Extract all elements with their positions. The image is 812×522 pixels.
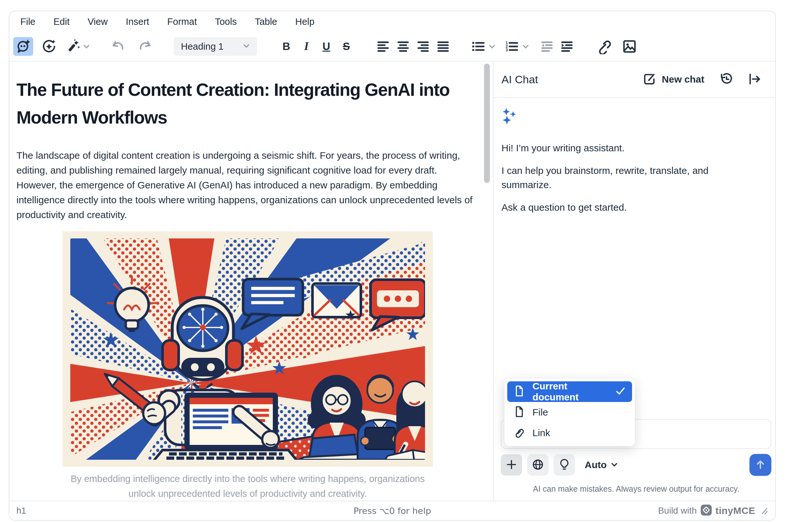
- menu-help[interactable]: Help: [295, 17, 314, 27]
- ai-chat-bubble-sparkle-icon: [16, 39, 31, 54]
- ai-chat-toolbar-button[interactable]: [13, 37, 33, 56]
- collapse-panel-icon: [748, 72, 762, 87]
- tinymce-logo-icon: [701, 505, 712, 517]
- new-chat-label: New chat: [662, 74, 704, 85]
- mode-select-value: Auto: [585, 459, 607, 470]
- ai-chat-messages: Hi! I’m your writing assistant. I can he…: [494, 98, 775, 215]
- outdent-icon: [540, 39, 554, 54]
- align-left-icon: [376, 39, 391, 54]
- bold-icon: B: [283, 40, 290, 53]
- magic-wand-icon: [65, 39, 81, 54]
- ai-chat-header: AI Chat New chat: [494, 62, 775, 98]
- figure-caption: By embedding intelligence directly into …: [63, 471, 433, 501]
- document-icon: [513, 405, 525, 419]
- strikethrough-icon: S: [343, 40, 350, 53]
- ai-review-toolbar-button[interactable]: [39, 37, 59, 56]
- indent-icon: [560, 39, 574, 54]
- mode-select[interactable]: Auto: [585, 459, 619, 470]
- context-option-file[interactable]: File: [507, 402, 632, 423]
- ai-review-circle-sparkle-icon: [41, 39, 57, 54]
- menu-tools[interactable]: Tools: [215, 17, 237, 27]
- strikethrough-button[interactable]: S: [336, 37, 356, 56]
- send-button[interactable]: [749, 454, 771, 476]
- context-option-label: File: [533, 407, 548, 418]
- mode-chevron-down-icon: [610, 460, 619, 470]
- globe-icon: [531, 458, 545, 472]
- menu-table[interactable]: Table: [255, 17, 277, 27]
- align-left-button[interactable]: [373, 37, 393, 56]
- bullet-list-button[interactable]: [470, 37, 486, 56]
- underline-icon: U: [322, 40, 330, 53]
- menu-edit[interactable]: Edit: [54, 17, 70, 27]
- new-chat-button[interactable]: New chat: [642, 72, 704, 87]
- redo-icon: [137, 38, 152, 55]
- insert-link-button[interactable]: [594, 37, 614, 56]
- editor-scrollbar-thumb[interactable]: [484, 64, 490, 183]
- insert-image-button[interactable]: [620, 37, 640, 56]
- align-justify-icon: [436, 39, 451, 54]
- align-center-button[interactable]: [393, 37, 413, 56]
- menubar: File Edit View Insert Format Tools Table…: [9, 11, 775, 32]
- menu-format[interactable]: Format: [167, 17, 197, 27]
- bullet-list-icon: [471, 39, 486, 54]
- send-arrow-icon: [754, 458, 767, 472]
- assistant-message: Hi! I’m your writing assistant.: [501, 141, 727, 155]
- align-right-button[interactable]: [413, 37, 433, 56]
- italic-button[interactable]: I: [296, 37, 316, 56]
- web-search-button[interactable]: [527, 454, 548, 476]
- indent-button[interactable]: [557, 37, 577, 56]
- svg-text:3: 3: [506, 48, 508, 52]
- assistant-message: I can help you brainstorm, rewrite, tran…: [501, 164, 727, 192]
- context-option-label: Current document: [533, 381, 607, 403]
- collapse-panel-button[interactable]: [748, 72, 762, 87]
- history-icon: [719, 72, 733, 87]
- suggestions-button[interactable]: [554, 454, 575, 476]
- branding-prefix: Build with: [658, 505, 697, 516]
- bullet-list-dropdown-chevron-icon[interactable]: [486, 37, 498, 56]
- link-icon: [513, 426, 525, 440]
- undo-icon: [111, 38, 127, 55]
- chat-history-button[interactable]: [719, 72, 733, 87]
- plus-icon: [505, 458, 518, 472]
- outdent-button[interactable]: [537, 37, 557, 56]
- align-right-icon: [416, 39, 431, 54]
- ai-shortcuts-toolbar-button[interactable]: [65, 37, 81, 56]
- block-format-select[interactable]: Heading 1: [174, 37, 257, 56]
- document-heading: The Future of Content Creation: Integrat…: [17, 76, 457, 131]
- context-dropdown-menu: Current document File Link: [504, 378, 635, 446]
- menu-view[interactable]: View: [88, 17, 108, 27]
- document-paragraph: The landscape of digital content creatio…: [17, 148, 477, 222]
- poster-illustration: [63, 231, 433, 467]
- ai-shortcuts-dropdown-chevron-icon[interactable]: [81, 37, 92, 56]
- underline-button[interactable]: U: [316, 37, 336, 56]
- document-icon: [513, 385, 525, 398]
- align-justify-button[interactable]: [433, 37, 453, 56]
- numbered-list-dropdown-chevron-icon[interactable]: [520, 37, 531, 56]
- toolbar: Heading 1 B I U S 123: [9, 32, 775, 62]
- image-icon: [622, 39, 637, 54]
- ai-chat-title: AI Chat: [501, 73, 538, 86]
- undo-button[interactable]: [109, 37, 129, 56]
- ai-disclaimer: AI can make mistakes. Always review outp…: [501, 484, 771, 494]
- branding-name: tinyMCE: [715, 505, 755, 516]
- numbered-list-button[interactable]: 123: [503, 37, 520, 56]
- editor-content-area[interactable]: The Future of Content Creation: Integrat…: [9, 62, 493, 501]
- lightbulb-icon: [558, 458, 571, 472]
- italic-icon: I: [304, 40, 309, 53]
- add-context-button[interactable]: [501, 454, 522, 476]
- menu-insert[interactable]: Insert: [126, 17, 149, 27]
- bold-button[interactable]: B: [276, 37, 296, 56]
- compose-icon: [642, 72, 657, 87]
- block-format-value: Heading 1: [181, 41, 224, 52]
- menu-file[interactable]: File: [20, 17, 36, 27]
- ai-sparkle-icon: [501, 107, 762, 125]
- context-option-link[interactable]: Link: [507, 423, 632, 443]
- assistant-message: Ask a question to get started.: [501, 200, 727, 215]
- redo-button[interactable]: [134, 37, 154, 56]
- link-icon: [596, 39, 611, 54]
- branding-link[interactable]: Build with tinyMCE: [658, 505, 755, 517]
- numbered-list-icon: 123: [504, 39, 519, 54]
- context-option-current-document[interactable]: Current document: [507, 381, 632, 402]
- document-figure[interactable]: By embedding intelligence directly into …: [63, 231, 433, 501]
- editor-window: File Edit View Insert Format Tools Table…: [9, 11, 776, 521]
